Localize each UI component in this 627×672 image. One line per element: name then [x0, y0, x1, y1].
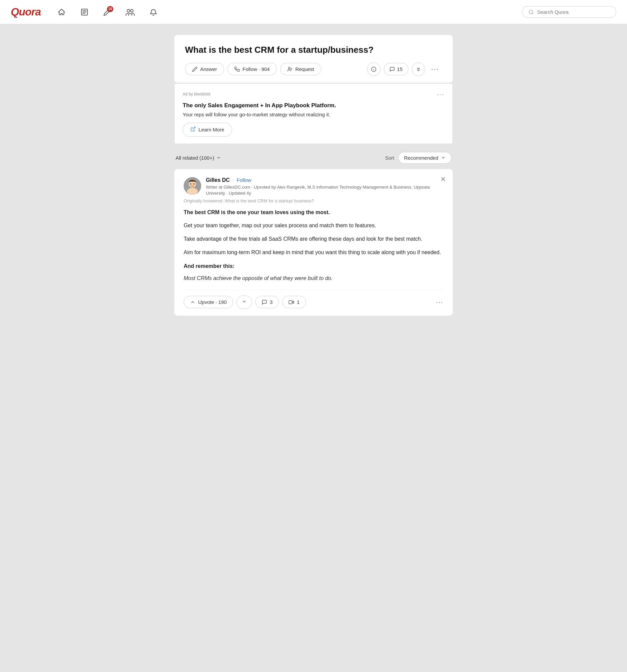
share-count: 1 [297, 299, 299, 305]
request-button[interactable]: Request [280, 63, 321, 75]
search-box[interactable] [522, 6, 616, 18]
home-icon[interactable] [54, 5, 69, 20]
navbar: Quora 10 [0, 0, 627, 24]
upvote-button[interactable]: Upvote · 190 [184, 296, 233, 308]
author-name-line: Gilles DC · Follow [206, 177, 443, 183]
sort-label: Sort [385, 155, 395, 161]
answer-label: Answer [200, 66, 217, 72]
answer-card: Gilles DC · Follow Writer at GillesDC.co… [174, 169, 453, 316]
edit-badge: 10 [107, 6, 113, 12]
sort-value: Recommended [404, 155, 438, 161]
answer-more-button[interactable]: ··· [436, 298, 443, 306]
answer-para-1: Get your team together, map out your sal… [184, 221, 443, 230]
answer-para-3: Aim for maximum long-term ROI and keep i… [184, 248, 443, 257]
bell-icon[interactable] [146, 5, 160, 20]
svg-line-14 [193, 127, 195, 129]
svg-point-8 [288, 67, 290, 69]
learn-more-button[interactable]: Learn More [183, 123, 232, 137]
ad-card: Ad by bloobirds ··· The only Sales Engag… [174, 83, 453, 144]
question-actions: Answer Follow · 904 Request [185, 63, 442, 76]
main-content: What is the best CRM for a startup/busin… [169, 35, 458, 316]
follow-label: Follow · 904 [242, 66, 270, 72]
ad-label: Ad by bloobirds ··· [183, 91, 444, 98]
answer-comments-count: 3 [270, 299, 273, 305]
answers-icon[interactable] [77, 5, 92, 20]
share-button[interactable]: 1 [282, 296, 306, 308]
edit-notification-icon[interactable]: 10 [100, 5, 115, 20]
follow-author-link[interactable]: Follow [237, 177, 251, 183]
comments-count: 15 [397, 66, 403, 72]
external-link-icon [190, 126, 196, 133]
close-answer-button[interactable]: ✕ [440, 176, 446, 183]
author-meta: Writer at GillesDC.com · Upvoted by Alex… [206, 184, 443, 196]
svg-point-17 [187, 188, 198, 195]
answer-para-2: Take advantage of the free trials all Sa… [184, 235, 443, 243]
svg-point-5 [131, 9, 133, 12]
sort-right: Sort Recommended [385, 152, 451, 164]
svg-line-7 [532, 13, 533, 14]
answer-header: Gilles DC · Follow Writer at GillesDC.co… [184, 177, 443, 196]
info-button[interactable] [367, 63, 380, 76]
answer-button[interactable]: Answer [185, 63, 224, 75]
question-card: What is the best CRM for a startup/busin… [174, 35, 453, 83]
downvote-answer-button[interactable] [236, 295, 252, 309]
author-info: Gilles DC · Follow Writer at GillesDC.co… [206, 177, 443, 196]
search-input[interactable] [537, 9, 604, 15]
follow-button[interactable]: Follow · 904 [227, 63, 277, 75]
question-title: What is the best CRM for a startup/busin… [185, 44, 442, 56]
ad-body: Your reps will follow your go-to-market … [183, 112, 444, 117]
answer-content: The best CRM is the one your team loves … [184, 208, 443, 283]
community-icon[interactable] [123, 5, 138, 20]
downvote-button[interactable] [412, 63, 425, 76]
ad-headline: The only Sales Engagement + In App Playb… [183, 102, 444, 109]
more-options-button[interactable]: ··· [428, 64, 442, 75]
svg-point-4 [127, 9, 130, 12]
answer-italic: Most CRMs achieve the opposite of what t… [184, 274, 443, 283]
all-related-label: All related (100+) [176, 155, 214, 161]
ad-more-button[interactable]: ··· [437, 91, 444, 98]
quora-logo[interactable]: Quora [11, 6, 41, 18]
request-label: Request [295, 66, 314, 72]
svg-point-21 [190, 183, 191, 185]
svg-point-6 [529, 10, 533, 14]
sort-dropdown[interactable]: Recommended [398, 152, 451, 164]
upvote-label: Upvote · 190 [198, 299, 227, 305]
answer-bold-line: The best CRM is the one your team loves … [184, 208, 443, 217]
avatar[interactable] [184, 177, 201, 195]
all-related-dropdown[interactable]: All related (100+) [176, 155, 221, 161]
answer-comments-button[interactable]: 3 [255, 296, 279, 308]
svg-point-22 [193, 183, 195, 185]
sort-bar: All related (100+) Sort Recommended [174, 147, 453, 169]
answer-footer: Upvote · 190 3 1 ··· [184, 290, 443, 309]
author-name[interactable]: Gilles DC [206, 177, 230, 183]
originally-answered: Originally Answered: What is the best CR… [184, 198, 443, 203]
answer-subheading: And remember this: [184, 262, 443, 271]
learn-more-label: Learn More [199, 127, 224, 133]
comments-button[interactable]: 15 [384, 63, 408, 75]
svg-rect-23 [289, 301, 292, 304]
